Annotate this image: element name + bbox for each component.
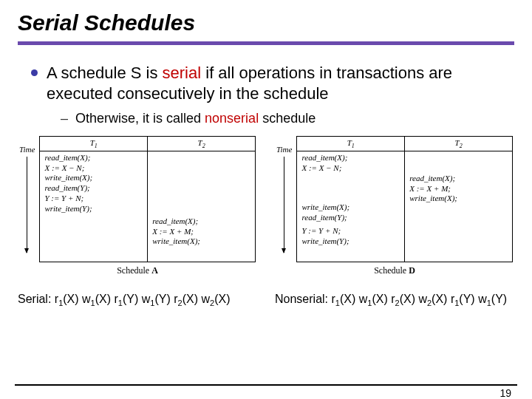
text: A schedule S is <box>47 64 163 82</box>
schedule-table-a: T1 T2 read_item(X);X := X − N;write_item… <box>39 136 256 262</box>
time-axis: Time <box>19 145 35 253</box>
text: Otherwise, it is called <box>75 111 205 126</box>
title-rule <box>18 41 514 45</box>
time-label: Time <box>276 145 292 154</box>
bullet-level2: – Otherwise, it is called nonserial sche… <box>61 111 514 127</box>
emphasis: nonserial <box>205 111 259 126</box>
page-number: 19 <box>499 387 511 399</box>
footer-rule <box>15 384 517 386</box>
col-header: T2 <box>405 136 513 151</box>
bullet-dash-icon: – <box>61 111 68 127</box>
arrow-down-icon <box>27 157 27 253</box>
ops-t2: read_item(X);X := X + M;write_item(X); <box>152 216 250 247</box>
ops-t1: read_item(X);X := X − N;write_item(X);re… <box>44 153 143 214</box>
ops-t1a: read_item(X);X := X − N; <box>301 153 400 174</box>
ops-t1b: write_item(X);read_item(Y); <box>301 202 400 223</box>
figure-schedule-d: Time T1 T2 read_item(X);X := X − N; writ… <box>276 136 513 276</box>
bullet-dot-icon <box>31 69 38 76</box>
col-header: T1 <box>297 136 405 151</box>
bullet-level1: A schedule S is serial if all operations… <box>31 63 514 103</box>
emphasis: serial <box>163 64 202 82</box>
slide: Serial Schedules A schedule S is serial … <box>0 0 532 399</box>
nonserial-notation: Nonserial: r1(X) w1(X) r2(X) w2(X) r1(Y)… <box>275 293 514 307</box>
text: schedule <box>259 111 316 126</box>
bottom-notation-row: Serial: r1(X) w1(X) r1(Y) w1(Y) r2(X) w2… <box>18 293 514 307</box>
figure-caption: Schedule D <box>276 265 513 276</box>
time-axis: Time <box>276 145 292 253</box>
bullet2-text: Otherwise, it is called nonserial schedu… <box>75 111 316 126</box>
figure-schedule-a: Time T1 T2 read_item(X);X := X − N;write… <box>19 136 256 276</box>
ops-t2: read_item(X);X := X + M;write_item(X); <box>409 174 508 204</box>
op-seq: r1(X) w1(X) r2(X) w2(X) r1(Y) w1(Y) <box>331 293 507 305</box>
op-seq: r1(X) w1(X) r1(Y) w1(Y) r2(X) w2(X) <box>55 293 231 305</box>
bullet1-text: A schedule S is serial if all operations… <box>47 63 514 103</box>
figure-caption: Schedule A <box>19 265 256 276</box>
time-label: Time <box>19 145 35 154</box>
serial-notation: Serial: r1(X) w1(X) r1(Y) w1(Y) r2(X) w2… <box>18 293 257 307</box>
slide-title: Serial Schedules <box>18 10 514 35</box>
arrow-down-icon <box>284 157 284 253</box>
figures-row: Time T1 T2 read_item(X);X := X − N;write… <box>18 136 514 276</box>
col-header: T1 <box>40 136 148 151</box>
col-header: T2 <box>148 136 256 151</box>
ops-t1c: Y := Y + N;write_item(Y); <box>301 226 400 247</box>
schedule-table-d: T1 T2 read_item(X);X := X − N; write_ite… <box>296 136 513 262</box>
